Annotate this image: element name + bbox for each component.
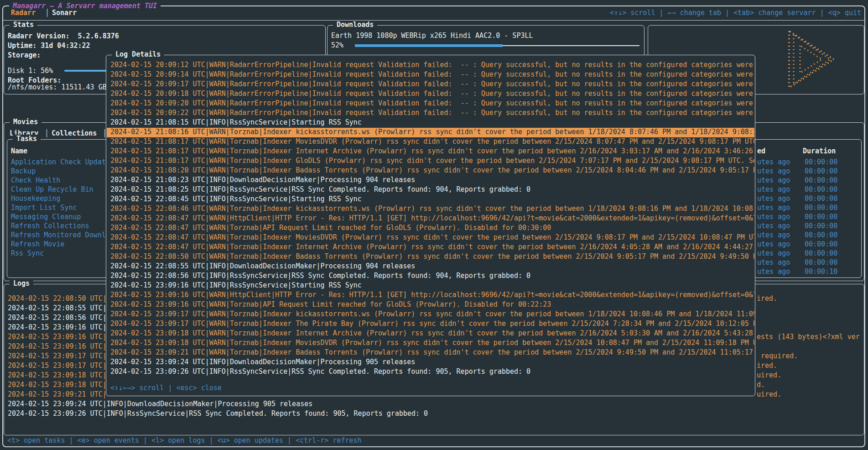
log-row-tail: ired.: [757, 361, 777, 370]
stats-version: Radarr Version: 5.2.6.8376: [8, 32, 119, 40]
log-details-modal: Log Details 2024-02-15 20:09:12 UTC|WARN…: [106, 55, 755, 396]
stats-disk-label: Disk 1: 56%: [8, 67, 53, 75]
log-row-tail: ests (143 bytes)<?xml ver: [757, 333, 860, 341]
task-last-executed: utes ago: [757, 231, 790, 239]
log-detail-line[interactable]: 2024-02-15 23:09:16 UTC|INFO|RssSyncServ…: [107, 281, 754, 291]
task-last-executed: utes ago: [757, 204, 790, 212]
download-progress-fill: [355, 44, 503, 47]
task-last-executed: utes ago: [757, 258, 790, 267]
task-last-executed: utes ago: [757, 158, 790, 166]
task-last-executed: utes ago: [757, 267, 790, 276]
movies-tab-separator: │: [45, 129, 49, 137]
task-duration: 00:00:00: [805, 204, 837, 212]
task-duration: 00:00:00: [805, 194, 837, 203]
tab-separator: │: [45, 9, 49, 17]
log-row[interactable]: 2024-02-15 23:09:24 UTC|INFO|DownloadDec…: [4, 400, 864, 409]
log-row-tail: uired.: [757, 390, 781, 398]
log-detail-line[interactable]: 2024-02-15 23:09:21 UTC|WARN|Torznab|Ind…: [107, 348, 754, 358]
log-detail-line[interactable]: 2024-02-15 22:08:47 UTC|WARN|HttpClient|…: [107, 214, 754, 224]
tasks-header-duration: Duration: [803, 147, 836, 155]
log-detail-line[interactable]: 2024-02-15 23:09:24 UTC|INFO|DownloadDec…: [107, 358, 754, 367]
tab-radarr[interactable]: Radarr: [11, 9, 36, 17]
log-detail-line[interactable]: 2024-02-15 22:08:47 UTC|WARN|Torznab|Ind…: [107, 233, 754, 243]
stats-panel-title: Stats: [10, 21, 37, 29]
log-detail-line[interactable]: 2024-02-15 20:09:22 UTC|WARN|RadarrError…: [107, 109, 754, 118]
task-name: Refresh Monitored Downl: [11, 231, 106, 239]
movies-panel-title: Movies: [10, 118, 42, 126]
stats-uptime: Uptime: 31d 04:32:22: [8, 42, 90, 50]
task-duration: 00:00:00: [805, 185, 837, 194]
task-name: Application Check Updat: [11, 158, 106, 166]
log-detail-line[interactable]: 2024-02-15 21:08:17 UTC|WARN|Torznab|Ind…: [107, 137, 754, 147]
log-detail-line[interactable]: 2024-02-15 21:08:25 UTC|INFO|RssSyncServ…: [107, 185, 754, 195]
log-detail-line[interactable]: 2024-02-15 23:09:26 UTC|INFO|RssSyncServ…: [107, 367, 754, 377]
task-last-executed: utes ago: [757, 249, 790, 257]
download-item-title[interactable]: Earth 1998 1080p WEBRip x265 Hindi AAC2.…: [331, 31, 533, 40]
footer-keybindings: <t> open tasks | <e> open events | <l> o…: [7, 436, 362, 445]
download-progress-bar: [355, 44, 639, 47]
task-name: Refresh Movie: [11, 240, 64, 248]
log-detail-line[interactable]: 2024-02-15 23:09:16 UTC|WARN|Torznab|API…: [107, 300, 754, 310]
task-duration: 00:00:00: [805, 222, 837, 230]
log-detail-line[interactable]: 2024-02-15 20:09:14 UTC|WARN|RadarrError…: [107, 70, 754, 80]
task-duration: 00:00:00: [805, 158, 837, 166]
log-row-text: 2024-02-15 23:09:26 UTC|INFO|RssSyncServ…: [8, 409, 428, 418]
log-detail-line[interactable]: 2024-02-15 22:08:45 UTC|INFO|RssSyncServ…: [107, 195, 754, 204]
log-detail-line[interactable]: 2024-02-15 22:08:55 UTC|INFO|DownloadDec…: [107, 262, 754, 272]
task-name: Backup: [11, 167, 36, 175]
task-last-executed: utes ago: [757, 213, 790, 221]
log-detail-line[interactable]: 2024-02-15 21:08:17 UTC|WARN|Torznab|Ind…: [107, 157, 754, 166]
log-detail-line[interactable]: 2024-02-15 23:09:18 UTC|WARN|Torznab|Ind…: [107, 339, 754, 348]
log-detail-line[interactable]: 2024-02-15 20:09:17 UTC|WARN|RadarrError…: [107, 80, 754, 89]
log-row-text: 2024-02-15 23:09:18 UTC|: [8, 371, 107, 379]
task-name: Import List Sync: [11, 204, 77, 212]
tasks-header-executed: ed: [757, 147, 765, 155]
log-detail-line[interactable]: 2024-02-15 21:08:20 UTC|WARN|Torznab|Ind…: [107, 166, 754, 176]
task-duration: 00:00:00: [805, 249, 837, 257]
task-duration: 00:00:00: [805, 258, 837, 267]
stats-rootfolder-value: /nfs/movies: 11511.43 GB: [8, 83, 107, 91]
log-detail-line[interactable]: 2024-02-15 21:08:23 UTC|INFO|DownloadDec…: [107, 176, 754, 185]
log-detail-line[interactable]: 2024-02-15 21:08:15 UTC|INFO|RssSyncServ…: [107, 118, 754, 128]
log-detail-line[interactable]: 2024-02-15 22:08:56 UTC|INFO|RssSyncServ…: [107, 272, 754, 281]
task-name: Messaging Cleanup: [11, 213, 81, 221]
log-detail-line[interactable]: 2024-02-15 23:09:17 UTC|WARN|Torznab|Ind…: [107, 319, 754, 329]
log-row-text: 2024-02-15 22:08:56 UTC|: [8, 314, 107, 322]
log-detail-line[interactable]: 2024-02-15 23:09:16 UTC|WARN|HttpClient|…: [107, 291, 754, 300]
task-last-executed: utes ago: [757, 194, 790, 203]
log-detail-line[interactable]: 2024-02-15 22:08:50 UTC|WARN|Torznab|Ind…: [107, 252, 754, 262]
log-row-text: 2024-02-15 23:09:21 UTC|: [8, 390, 107, 398]
log-detail-line[interactable]: 2024-02-15 23:09:17 UTC|WARN|Torznab|Ind…: [107, 310, 754, 319]
log-detail-line[interactable]: 2024-02-15 20:09:12 UTC|WARN|RadarrError…: [107, 61, 754, 70]
task-last-executed: utes ago: [757, 176, 790, 184]
task-duration: 00:00:00: [805, 176, 837, 184]
log-detail-line[interactable]: 2024-02-15 22:08:46 UTC|WARN|Torznab|Ind…: [107, 204, 754, 214]
log-row-text: 2024-02-15 23:09:16 UTC|: [8, 323, 107, 331]
log-detail-line[interactable]: 2024-02-15 20:09:20 UTC|WARN|RadarrError…: [107, 99, 754, 109]
downloads-panel-title: Downloads: [333, 21, 377, 29]
modal-keybindings: <↑↓←→> scroll | <esc> close: [110, 384, 222, 392]
log-detail-line[interactable]: 2024-02-15 22:08:47 UTC|WARN|Torznab|Ind…: [107, 243, 754, 252]
top-keybindings: <↑↓> scroll | ←→ change tab | <tab> chan…: [456, 9, 861, 17]
task-last-executed: utes ago: [757, 222, 790, 230]
download-percent: 52%: [331, 41, 343, 49]
log-detail-line[interactable]: 2024-02-15 20:09:18 UTC|WARN|RadarrError…: [107, 89, 754, 99]
managarr-logo-icon: [785, 28, 840, 90]
log-row-text: 2024-02-15 23:09:16 UTC|: [8, 342, 107, 351]
log-row-text: 2024-02-15 22:08:50 UTC|: [8, 294, 107, 303]
task-name: Check Health: [11, 176, 60, 184]
tab-sonarr[interactable]: Sonarr: [52, 9, 77, 17]
log-row-text: 2024-02-15 23:09:24 UTC|INFO|DownloadDec…: [8, 400, 312, 408]
tasks-panel-title: Tasks: [13, 135, 41, 143]
log-detail-line[interactable]: 2024-02-15 22:08:47 UTC|WARN|Torznab|API…: [107, 224, 754, 233]
task-duration: 00:00:00: [805, 231, 837, 239]
tasks-header-name: Name: [11, 147, 27, 155]
tab-collections[interactable]: Collections: [52, 129, 97, 137]
stats-storage-label: Storage:: [8, 51, 41, 59]
log-detail-line[interactable]: 2024-02-15 23:09:18 UTC|WARN|Torznab|Ind…: [107, 329, 754, 339]
log-row-tail: d.: [757, 381, 765, 389]
task-last-executed: utes ago: [757, 167, 790, 175]
log-detail-line[interactable]: 2024-02-15 21:08:17 UTC|WARN|Torznab|Ind…: [107, 147, 754, 157]
log-detail-line[interactable]: 2024-02-15 21:08:16 UTC|WARN|Torznab|Ind…: [107, 128, 754, 137]
log-row[interactable]: 2024-02-15 23:09:26 UTC|INFO|RssSyncServ…: [4, 409, 864, 419]
